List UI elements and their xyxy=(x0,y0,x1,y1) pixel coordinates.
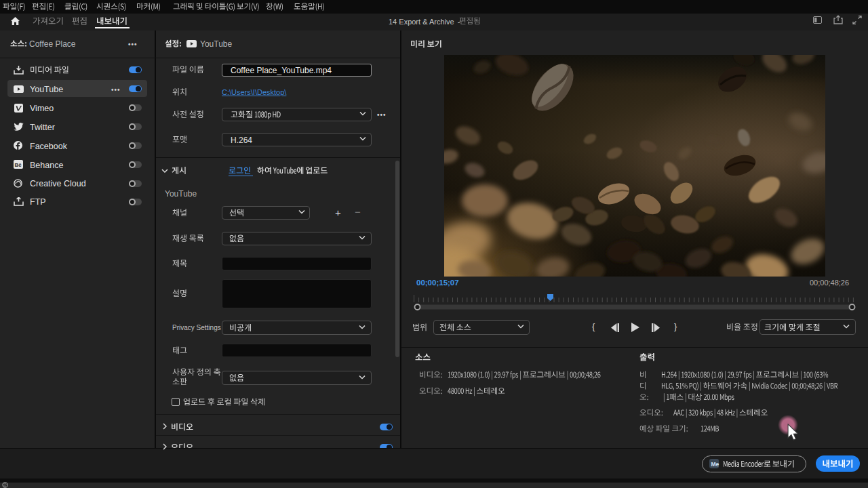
svg-text:Bē: Bē xyxy=(15,162,22,168)
